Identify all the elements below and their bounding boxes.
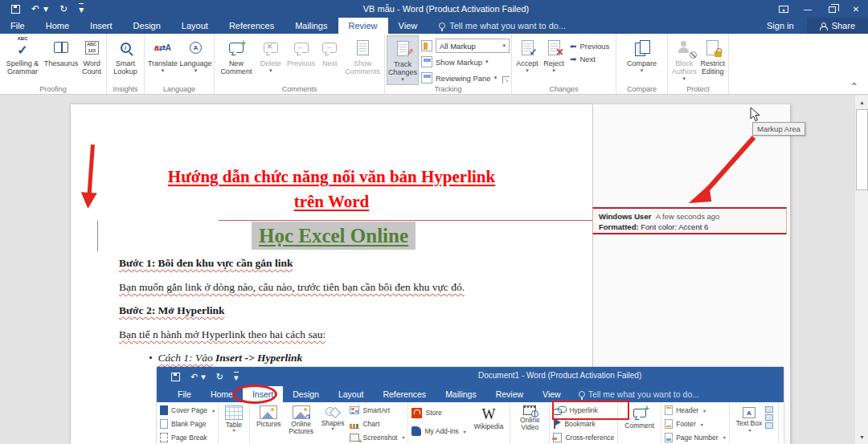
language-button[interactable]: A Language: [179, 35, 212, 85]
collapse-ribbon-icon[interactable]: ^: [851, 81, 857, 92]
next-change-button[interactable]: ➡ Next: [570, 55, 609, 63]
word-count-button[interactable]: ABC123 Word Count: [79, 35, 104, 85]
restrict-editing-button[interactable]: Restrict Editing: [698, 35, 727, 85]
sign-in-link[interactable]: Sign in: [754, 21, 807, 31]
tab-review[interactable]: Review: [338, 18, 388, 34]
embedded-screenshot-image[interactable]: ↶▾ ↻ ▾ Document1 - Word (Product Activat…: [157, 367, 784, 444]
new-comment-icon: +: [227, 38, 246, 57]
tab-layout[interactable]: Layout: [171, 18, 219, 34]
previous-comment-button[interactable]: ← Previous: [285, 35, 317, 85]
next-comment-button[interactable]: → Next: [317, 35, 342, 85]
markup-options-icon[interactable]: [421, 40, 432, 51]
bookmark-button: Bookmark: [553, 419, 614, 430]
undo-dropdown-icon[interactable]: ▾: [43, 4, 48, 14]
reject-button[interactable]: ✕ Reject: [541, 35, 567, 85]
vertical-scrollbar[interactable]: ▲ ▼: [854, 96, 868, 444]
pictures-icon: [260, 405, 277, 419]
previous-change-button[interactable]: ⬅ Previous: [570, 42, 609, 51]
redo-icon[interactable]: ↻: [59, 4, 68, 14]
table-button: Table: [222, 404, 246, 442]
embedded-tab-references: References: [373, 386, 436, 402]
markup-area-tooltip: Markup Area: [752, 122, 805, 136]
step2-heading[interactable]: Bước 2: Mở Hyperlink: [119, 304, 224, 317]
new-comment-button[interactable]: + New Comment: [216, 35, 256, 85]
reviewing-pane-button[interactable]: Reviewing Pane ▾: [421, 71, 510, 85]
embedded-group-pages: Cover Page Blank Page Page Break: [157, 402, 219, 444]
shapes-button: Shapes: [318, 404, 348, 442]
document-title-line2[interactable]: trên Word: [71, 189, 592, 214]
selected-heading-highlight[interactable]: Học Excel Online: [252, 222, 416, 250]
display-for-review-row: All Markup ▾: [421, 39, 510, 53]
window-controls: ▴ — ✕: [772, 0, 868, 18]
red-arrow-right[interactable]: [683, 134, 764, 210]
share-button[interactable]: Share: [807, 18, 868, 34]
restore-button[interactable]: [820, 0, 844, 18]
customize-qat-icon[interactable]: ▾: [79, 3, 84, 14]
store-button: Store: [411, 407, 465, 418]
translate-button[interactable]: a⇄A Translate: [146, 35, 179, 85]
tab-file[interactable]: File: [0, 18, 35, 34]
group-label-compare: Compare: [616, 85, 667, 94]
tab-home[interactable]: Home: [35, 18, 80, 34]
smartart-button: SmartArt: [350, 405, 404, 416]
tab-mailings[interactable]: Mailings: [285, 18, 338, 34]
display-for-review-combobox[interactable]: All Markup ▾: [436, 39, 510, 53]
group-label-insights: Insights: [107, 85, 144, 94]
embedded-tell-me-text: Tell me what you want to do...: [588, 389, 699, 399]
embedded-group-tables: Table: [219, 402, 250, 444]
tracking-dialog-launcher-icon[interactable]: ↘: [502, 76, 510, 84]
tab-insert[interactable]: Insert: [80, 18, 123, 34]
ribbon-display-options-icon[interactable]: ▴: [772, 0, 796, 18]
minimize-button[interactable]: —: [796, 0, 820, 18]
cover-page-icon: [160, 405, 168, 415]
cross-reference-button: Cross-reference: [553, 432, 614, 442]
reject-icon: ✕: [544, 38, 563, 57]
online-video-icon: [523, 405, 536, 415]
group-label-changes: Changes: [512, 85, 616, 94]
bookmark-icon: [553, 419, 561, 429]
pictures-button: Pictures: [253, 404, 285, 442]
scroll-down-icon[interactable]: ▼: [855, 430, 868, 444]
account-area: Sign in Share: [754, 18, 868, 34]
paragraph-2[interactable]: Bạn tiế n hành mở Hyperlink theo hai các…: [119, 328, 326, 341]
show-comments-button[interactable]: Show Comments: [342, 35, 383, 85]
shapes-icon: [326, 405, 340, 418]
compare-button[interactable]: Compare: [620, 35, 665, 85]
revision-comment-card[interactable]: Windows User A few seconds ago Formatted…: [592, 207, 787, 234]
bullet-text-plain: Cách 1: Vào: [158, 352, 212, 364]
close-button[interactable]: ✕: [844, 0, 868, 18]
step1-heading[interactable]: Bước 1: Bôi đen khu vực cần gắn link: [119, 257, 293, 270]
save-icon[interactable]: [11, 5, 20, 14]
title-bar: ↶▾ ↻ ▾ VB mẫu - Word (Product Activation…: [0, 0, 868, 18]
bullet-item-1[interactable]: • Cách 1: Vào Insert -> Hyperlink: [149, 352, 302, 365]
track-changes-button[interactable]: ✎ Track Changes: [387, 35, 419, 85]
embedded-tab-view: View: [533, 386, 571, 402]
undo-icon[interactable]: ↶: [31, 4, 39, 14]
text-box-icon: A: [743, 407, 755, 418]
tab-references[interactable]: References: [219, 18, 285, 34]
table-grid-icon: [225, 405, 243, 420]
comment-icon: [633, 409, 646, 418]
tab-design[interactable]: Design: [123, 18, 171, 34]
comment-detail: Font color: Accent 6: [641, 222, 708, 231]
thesaurus-button[interactable]: Thesaurus: [43, 35, 79, 85]
block-authors-button[interactable]: Block Authors: [669, 35, 698, 85]
tell-me-box[interactable]: Tell me what you want to do...: [428, 18, 566, 34]
scrollbar-thumb[interactable]: [856, 109, 868, 190]
group-changes: ✓ Accept ✕ Reject ⬅ Previous ➡ Next: [512, 34, 616, 94]
cross-reference-icon: [553, 433, 562, 442]
spelling-grammar-button[interactable]: ABC✓ Spelling & Grammar: [2, 35, 43, 85]
show-markup-button[interactable]: Show Markup ▾: [421, 55, 510, 69]
accept-button[interactable]: ✓ Accept: [514, 35, 541, 85]
paragraph-1[interactable]: Bạn muốn gắn link ở dòng nào, câu nào, t…: [119, 281, 465, 294]
tab-view[interactable]: View: [388, 18, 428, 34]
group-tracking: ✎ Track Changes All Markup ▾ Show Markup: [385, 34, 512, 94]
delete-comment-button[interactable]: ✕ Delete: [256, 35, 285, 85]
online-pictures-icon: [293, 405, 310, 419]
document-title-line1[interactable]: Hướng dẫn chức năng nối văn bản Hyperlin…: [71, 165, 592, 189]
embedded-tab-review: Review: [486, 386, 533, 402]
translate-icon: a⇄A: [154, 38, 173, 57]
share-label: Share: [832, 21, 855, 31]
scroll-up-icon[interactable]: ▲: [855, 96, 868, 109]
smart-lookup-button[interactable]: i Smart Lookup: [108, 35, 142, 85]
